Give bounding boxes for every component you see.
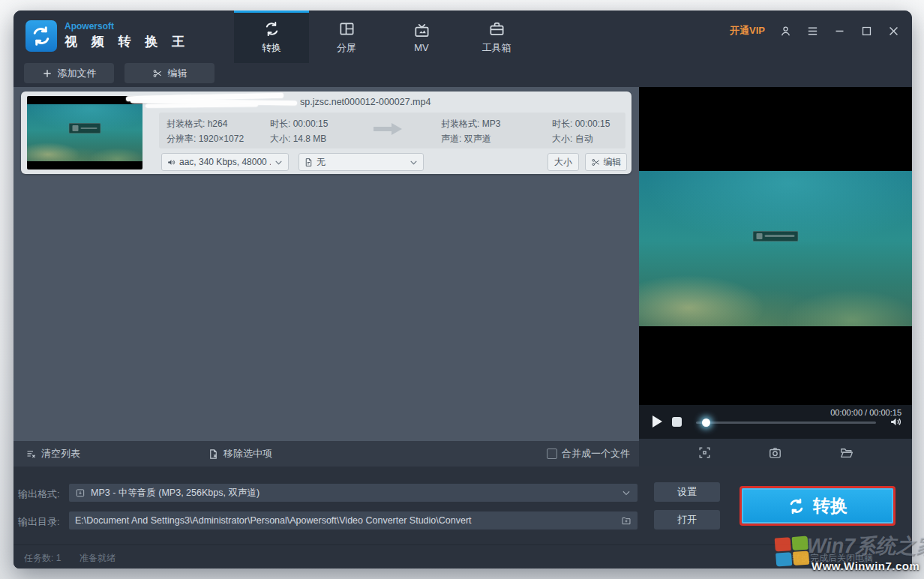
mv-icon <box>412 20 431 40</box>
tab-convert[interactable]: 转换 <box>234 10 309 63</box>
redaction-scribble <box>126 93 297 110</box>
output-dir-input[interactable]: E:\Document And Settings3\Administrator\… <box>69 512 638 530</box>
tab-split-label: 分屏 <box>337 41 356 55</box>
status-bar: 任务数: 1 准备就绪 转换完成后关闭电脑 <box>14 544 912 568</box>
play-button[interactable] <box>652 416 662 428</box>
source-size: 大小: 14.8 MB <box>270 133 326 146</box>
tab-split-screen[interactable]: 分屏 <box>309 10 384 63</box>
task-count: 任务数: 1 <box>24 552 61 565</box>
brand-name: Apowersoft <box>64 21 190 32</box>
file-list: sp.jzsc.net000012-000027.mp4 封装格式: h264 … <box>14 87 639 441</box>
brand: Apowersoft 视 频 转 换 王 <box>64 21 190 50</box>
maximize-button[interactable] <box>860 25 873 38</box>
source-resolution: 分辨率: 1920×1072 <box>166 133 244 146</box>
titlebar: Apowersoft 视 频 转 换 王 转换 分屏 <box>14 10 912 63</box>
merge-files-option[interactable]: 合并成一个文件 <box>547 447 630 460</box>
source-format: 封装格式: h264 <box>166 118 227 130</box>
tab-mv-label: MV <box>414 42 429 53</box>
video-preview[interactable] <box>639 87 912 405</box>
settings-button[interactable]: 设置 <box>654 482 720 502</box>
file-options-row: aac, 340 Kbps, 48000 ... 无 大小 <box>21 153 632 172</box>
remove-item-icon <box>208 448 219 460</box>
seek-slider[interactable] <box>696 422 876 424</box>
audio-track-value: aac, 340 Kbps, 48000 ... <box>179 157 271 167</box>
tab-toolbox[interactable]: 工具箱 <box>459 10 534 63</box>
settings-label: 设置 <box>677 485 697 499</box>
toolbox-icon <box>487 20 506 39</box>
open-button[interactable]: 打开 <box>654 510 720 530</box>
user-icon[interactable] <box>779 25 792 38</box>
format-folder-icon <box>75 488 86 498</box>
item-edit-button[interactable]: 编辑 <box>585 153 627 171</box>
chevron-down-icon <box>409 158 418 167</box>
plus-icon <box>42 68 52 79</box>
preview-panel: 00:00:00 / 00:00:15 <box>639 87 912 466</box>
audio-track-select[interactable]: aac, 340 Kbps, 48000 ... <box>161 153 289 171</box>
split-screen-icon <box>337 20 356 39</box>
subtitle-select[interactable]: 无 <box>298 153 424 171</box>
target-size: 大小: 自动 <box>552 133 593 146</box>
list-actions-bar: 清空列表 移除选中项 合并成一个文件 <box>14 441 639 466</box>
convert-icon <box>262 20 281 39</box>
file-info-panel: 封装格式: h264 时长: 00:00:15 分辨率: 1920×1072 大… <box>159 112 626 148</box>
size-button-label: 大小 <box>554 156 572 169</box>
speaker-icon <box>166 158 176 167</box>
output-format-select[interactable]: MP3 - 中等音质 (MP3, 256Kbps, 双声道) <box>69 484 638 502</box>
target-duration: 时长: 00:00:15 <box>552 118 610 130</box>
vip-link[interactable]: 开通VIP <box>730 24 765 38</box>
toolbar: 添加文件 编辑 <box>14 63 912 87</box>
size-button[interactable]: 大小 <box>548 153 579 171</box>
merge-label: 合并成一个文件 <box>562 447 630 460</box>
output-format-label: 输出格式: <box>18 488 60 501</box>
subtitle-file-icon <box>304 158 314 167</box>
stop-button[interactable] <box>672 417 682 427</box>
edit-label: 编辑 <box>168 67 188 80</box>
main-tabs: 转换 分屏 MV <box>234 10 534 63</box>
product-name: 视 频 转 换 王 <box>64 33 190 50</box>
open-label: 打开 <box>677 513 697 526</box>
convert-button[interactable]: 转换 <box>742 488 893 524</box>
target-format: 封装格式: MP3 <box>441 118 500 130</box>
edit-button[interactable]: 编辑 <box>124 63 214 83</box>
tab-convert-label: 转换 <box>262 41 281 55</box>
convert-icon <box>788 497 806 515</box>
shutdown-after-option[interactable]: 转换完成后关闭电脑 <box>792 552 873 565</box>
target-channels: 声道: 双声道 <box>441 133 491 146</box>
app-logo-icon <box>26 20 57 52</box>
fullscreen-button[interactable] <box>698 446 712 460</box>
annotation-highlight: 转换 <box>740 486 896 526</box>
open-folder-button[interactable] <box>839 446 854 460</box>
clear-list-label: 清空列表 <box>41 447 80 460</box>
clear-list-button[interactable]: 清空列表 <box>26 447 80 460</box>
window-controls: 开通VIP <box>730 24 900 38</box>
merge-checkbox[interactable] <box>547 448 557 459</box>
close-button[interactable] <box>887 25 900 38</box>
seek-knob[interactable] <box>702 418 710 427</box>
menu-icon[interactable] <box>806 25 819 38</box>
source-duration: 时长: 00:00:15 <box>270 118 328 130</box>
chevron-down-icon <box>274 158 284 167</box>
output-format-value: MP3 - 中等音质 (MP3, 256Kbps, 双声道) <box>91 487 616 500</box>
remove-selected-button[interactable]: 移除选中项 <box>208 447 272 460</box>
item-edit-label: 编辑 <box>604 156 622 169</box>
convert-label: 转换 <box>813 494 848 518</box>
add-file-button[interactable]: 添加文件 <box>24 63 114 83</box>
browse-folder-icon <box>621 515 632 526</box>
scissors-icon <box>591 158 601 167</box>
convert-arrow-icon <box>374 123 402 138</box>
file-item-row[interactable]: sp.jzsc.net000012-000027.mp4 封装格式: h264 … <box>21 92 632 174</box>
file-name: sp.jzsc.net000012-000027.mp4 <box>300 97 430 107</box>
add-file-label: 添加文件 <box>58 67 97 80</box>
subtitle-value: 无 <box>316 156 406 169</box>
output-dir-label: 输出目录: <box>18 515 60 529</box>
snapshot-button[interactable] <box>768 446 782 460</box>
output-dir-value: E:\Document And Settings3\Administrator\… <box>75 515 616 526</box>
app-window: Apowersoft 视 频 转 换 王 转换 分屏 <box>14 10 912 568</box>
minimize-button[interactable] <box>833 25 846 38</box>
tab-toolbox-label: 工具箱 <box>482 41 512 55</box>
output-panel: 输出格式: MP3 - 中等音质 (MP3, 256Kbps, 双声道) 输出目… <box>14 466 912 544</box>
tab-mv[interactable]: MV <box>384 10 459 63</box>
file-title-row: sp.jzsc.net000012-000027.mp4 <box>126 94 621 110</box>
scissors-icon <box>152 68 163 79</box>
volume-icon[interactable] <box>889 415 903 432</box>
